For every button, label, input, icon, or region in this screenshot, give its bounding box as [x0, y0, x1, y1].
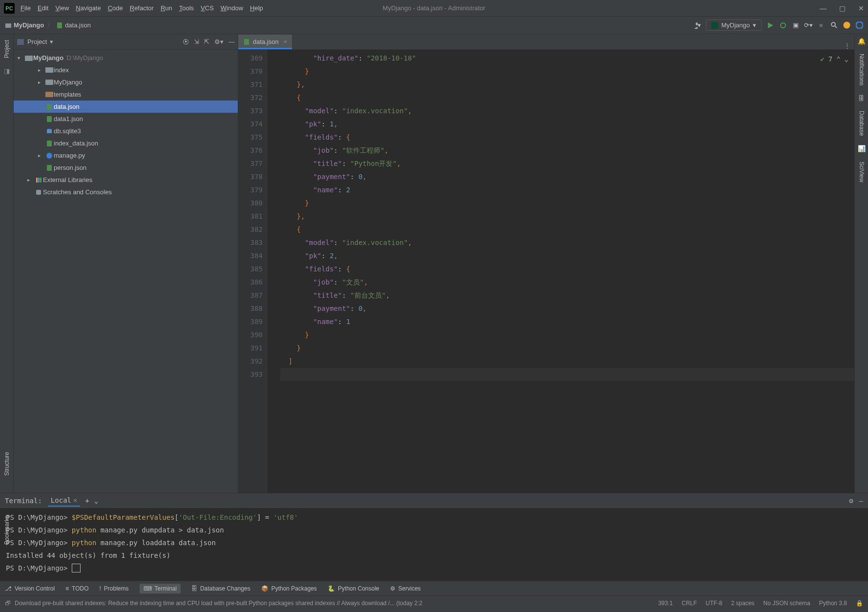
status-message[interactable]: Download pre-built shared indexes: Reduc… — [15, 600, 422, 607]
tool-todo[interactable]: ≡TODO — [65, 585, 88, 592]
chevron-icon[interactable]: ▸ — [38, 80, 45, 85]
bookmarks-tool-tab[interactable]: Bookmarks — [2, 512, 11, 548]
database-tool-tab[interactable]: Database — [857, 108, 866, 139]
run-button[interactable] — [766, 21, 774, 29]
minimize-button[interactable]: — — [820, 4, 827, 12]
new-terminal-icon[interactable]: + — [85, 497, 89, 505]
chevron-icon[interactable]: ▸ — [27, 177, 34, 183]
editor-tab-data-json[interactable]: data.json × — [238, 35, 292, 49]
status-message-icon[interactable]: 🗗 — [5, 600, 11, 607]
terminal-content[interactable]: PS D:\MyDjango> $PSDefaultParameterValue… — [0, 508, 868, 581]
terminal-dropdown-icon[interactable]: ⌄ — [94, 497, 98, 505]
next-highlight-icon[interactable]: ⌄ — [845, 53, 848, 66]
chevron-down-icon[interactable]: ▾ — [50, 38, 53, 45]
run-with-coverage-button[interactable]: ▣ — [792, 21, 800, 29]
tool-icon: 🗄 — [191, 585, 197, 592]
hide-terminal-icon[interactable]: — — [859, 497, 863, 505]
code-editor[interactable]: 3693703713723733743753763773783793803813… — [238, 50, 854, 493]
menu-edit[interactable]: Edit — [38, 4, 48, 12]
menu-view[interactable]: View — [55, 4, 69, 12]
breadcrumb-root[interactable]: MyDjango — [5, 21, 44, 29]
json-schema[interactable]: No JSON schema — [764, 600, 810, 607]
indent-config[interactable]: 2 spaces — [731, 600, 755, 607]
prev-highlight-icon[interactable]: ⌃ — [836, 53, 840, 66]
menu-window[interactable]: Window — [221, 4, 243, 12]
tool-services[interactable]: ⚙Services — [390, 585, 421, 592]
project-view-label[interactable]: Project — [27, 38, 47, 45]
breadcrumb-file[interactable]: data.json — [56, 21, 91, 29]
tree-item[interactable]: data1.json — [14, 113, 238, 125]
tool-problems[interactable]: !Problems — [100, 585, 129, 592]
json-file-icon — [243, 39, 250, 45]
maximize-button[interactable]: ▢ — [839, 4, 846, 12]
more-run-button[interactable]: ⟳▾ — [805, 21, 812, 29]
terminal-tab-local[interactable]: Local × — [48, 495, 81, 507]
chevron-icon[interactable]: ▸ — [38, 153, 45, 158]
svg-rect-26 — [244, 39, 249, 45]
chevron-down-icon[interactable]: ▾ — [18, 55, 24, 61]
notifications-icon[interactable]: 🔔 — [858, 37, 866, 45]
ide-update-icon[interactable] — [843, 21, 850, 29]
notifications-tool-tab[interactable]: Notifications — [857, 51, 866, 88]
tree-item[interactable]: ▸manage.py — [14, 149, 238, 162]
menu-tools[interactable]: Tools — [179, 4, 194, 12]
caret-position[interactable]: 393:1 — [658, 600, 673, 607]
stop-button[interactable]: ■ — [817, 21, 825, 29]
tool-python-packages[interactable]: 📦Python Packages — [261, 585, 317, 592]
tool-terminal[interactable]: ⌨Terminal — [140, 584, 181, 593]
structure-tool-tab[interactable]: Structure — [2, 449, 11, 479]
code-with-me-icon[interactable] — [855, 21, 863, 29]
tool-database-changes[interactable]: 🗄Database Changes — [191, 585, 250, 592]
sciview-icon[interactable]: 📊 — [858, 145, 866, 153]
menu-refactor[interactable]: Refactor — [130, 4, 154, 12]
debug-button[interactable] — [779, 21, 787, 29]
tool-python-console[interactable]: 🐍Python Console — [328, 585, 379, 592]
tree-item[interactable]: index_data.json — [14, 137, 238, 149]
select-opened-file-icon[interactable]: ⦿ — [183, 38, 189, 45]
collapse-all-icon[interactable]: ⇱ — [204, 38, 209, 45]
close-button[interactable]: ✕ — [858, 4, 864, 12]
tree-item[interactable]: ▸index — [14, 64, 238, 76]
json-file-icon — [56, 22, 63, 29]
line-separator[interactable]: CRLF — [682, 600, 697, 607]
chevron-icon[interactable]: ▸ — [38, 67, 45, 73]
hide-panel-icon[interactable]: — — [228, 38, 235, 45]
commit-tool-icon[interactable]: ◨ — [3, 67, 11, 75]
user-icon[interactable]: ▾ — [693, 21, 701, 29]
menu-vcs[interactable]: VCS — [201, 4, 214, 12]
menu-run[interactable]: Run — [161, 4, 172, 12]
search-icon[interactable] — [830, 21, 838, 29]
tree-item[interactable]: db.sqlite3 — [14, 125, 238, 137]
menu-navigate[interactable]: Navigate — [76, 4, 101, 12]
tree-root[interactable]: ▾ MyDjango D:\MyDjango — [14, 52, 238, 64]
tree-item-label: manage.py — [54, 152, 85, 159]
tab-label: data.json — [253, 38, 279, 45]
menu-help[interactable]: Help — [250, 4, 263, 12]
read-only-lock-icon[interactable]: 🔒 — [856, 600, 863, 607]
python-interpreter[interactable]: Python 3.8 — [819, 600, 847, 607]
settings-icon[interactable]: ⚙▾ — [214, 38, 224, 45]
file-icon — [45, 116, 54, 122]
tree-item[interactable]: ▸External Libraries — [14, 174, 238, 186]
close-tab-icon[interactable]: × — [73, 496, 77, 504]
database-icon[interactable]: 🗄 — [858, 94, 866, 102]
run-config-selector[interactable]: MyDjango ▾ — [706, 20, 762, 31]
terminal-settings-icon[interactable]: ⚙ — [849, 497, 853, 505]
menu-file[interactable]: File — [21, 4, 31, 12]
inspection-widget[interactable]: ✔ 7 ⌃ ⌄ — [820, 53, 848, 66]
editor-tabs-more-icon[interactable]: ⋮ — [844, 42, 854, 49]
sciview-tool-tab[interactable]: SciView — [857, 159, 866, 185]
code-content[interactable]: "hire_date": "2018-10-18" } }, { "model"… — [277, 50, 854, 493]
expand-all-icon[interactable]: ⇲ — [194, 38, 199, 45]
tool-version-control[interactable]: ⎇Version Control — [5, 585, 55, 592]
tree-item[interactable]: templates — [14, 88, 238, 101]
svg-rect-15 — [47, 104, 52, 110]
close-tab-icon[interactable]: × — [284, 38, 288, 45]
tree-item[interactable]: Scratches and Consoles — [14, 186, 238, 198]
menu-code[interactable]: Code — [108, 4, 123, 12]
tree-item[interactable]: data.json — [14, 101, 238, 113]
project-tool-tab[interactable]: Project — [2, 37, 11, 61]
tree-item[interactable]: ▸MyDjango — [14, 76, 238, 88]
file-encoding[interactable]: UTF-8 — [706, 600, 723, 607]
tree-item[interactable]: person.json — [14, 162, 238, 174]
